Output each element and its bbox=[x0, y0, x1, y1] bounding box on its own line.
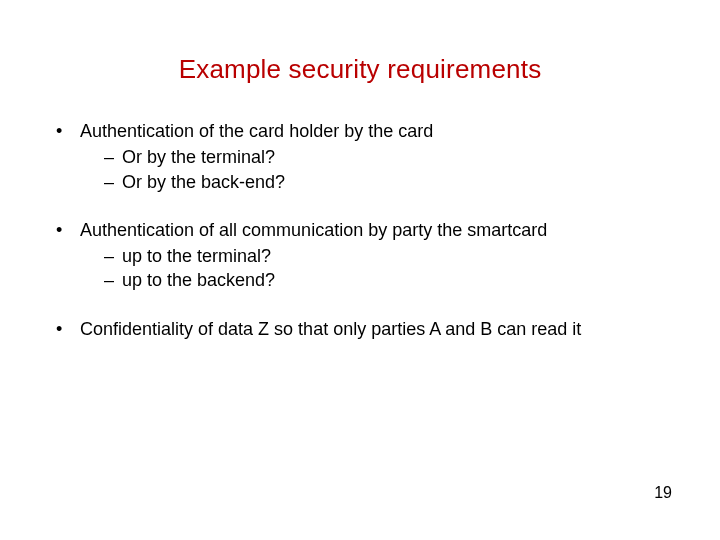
sub-bullet-list: Or by the terminal? Or by the back-end? bbox=[80, 145, 676, 194]
sub-bullet-text: up to the terminal? bbox=[122, 246, 271, 266]
page-number: 19 bbox=[654, 484, 672, 502]
sub-bullet-text: up to the backend? bbox=[122, 270, 275, 290]
slide-title: Example security requirements bbox=[44, 54, 676, 85]
bullet-item: Confidentiality of data Z so that only p… bbox=[52, 317, 676, 341]
sub-bullet-text: Or by the back-end? bbox=[122, 172, 285, 192]
bullet-item: Authentication of all communication by p… bbox=[52, 218, 676, 293]
bullet-text: Authentication of all communication by p… bbox=[80, 220, 547, 240]
bullet-item: Authentication of the card holder by the… bbox=[52, 119, 676, 194]
bullet-text: Authentication of the card holder by the… bbox=[80, 121, 433, 141]
sub-bullet-item: Or by the back-end? bbox=[104, 170, 676, 194]
sub-bullet-list: up to the terminal? up to the backend? bbox=[80, 244, 676, 293]
slide: Example security requirements Authentica… bbox=[0, 0, 720, 540]
sub-bullet-item: Or by the terminal? bbox=[104, 145, 676, 169]
sub-bullet-text: Or by the terminal? bbox=[122, 147, 275, 167]
bullet-list: Authentication of the card holder by the… bbox=[44, 119, 676, 341]
sub-bullet-item: up to the terminal? bbox=[104, 244, 676, 268]
sub-bullet-item: up to the backend? bbox=[104, 268, 676, 292]
slide-content: Authentication of the card holder by the… bbox=[44, 119, 676, 341]
bullet-text: Confidentiality of data Z so that only p… bbox=[80, 319, 581, 339]
